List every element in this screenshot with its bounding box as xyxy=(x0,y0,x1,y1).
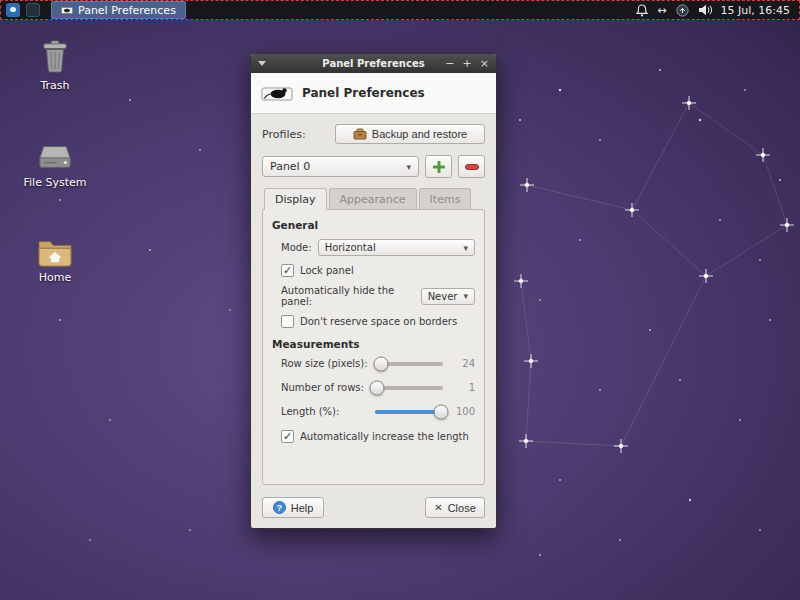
minus-icon xyxy=(465,164,479,170)
measurements-heading: Measurements xyxy=(272,338,475,350)
dialog-header-title: Panel Preferences xyxy=(302,86,425,100)
auto-increase-checkbox[interactable]: ✓ xyxy=(281,430,294,443)
taskbar-right: ↔ 15 Jul, 16:45 xyxy=(636,4,799,17)
help-icon: ? xyxy=(273,501,286,514)
lock-panel-label: Lock panel xyxy=(300,265,354,276)
desktop-icon-label: Trash xyxy=(23,79,87,92)
mode-row: Mode: Horizontal ▾ xyxy=(281,239,475,256)
backup-restore-label: Backup and restore xyxy=(372,128,467,140)
length-row: Length (%): 100 xyxy=(281,406,475,417)
chevron-down-icon: ▾ xyxy=(406,162,411,172)
panel-preferences-icon xyxy=(261,81,293,105)
desktop-icon-trash[interactable]: Trash xyxy=(23,36,87,92)
plus-icon xyxy=(433,161,445,173)
remove-panel-button[interactable] xyxy=(458,155,485,178)
dialog-footer: ? Help ✕ Close xyxy=(251,489,496,528)
num-rows-label: Number of rows: xyxy=(281,382,373,393)
top-panel: Panel Preferences ↔ 15 Jul, 16:45 xyxy=(0,0,800,20)
help-button[interactable]: ? Help xyxy=(262,497,324,518)
slider-handle[interactable] xyxy=(374,356,389,371)
check-icon: ✓ xyxy=(283,431,292,442)
slider-handle[interactable] xyxy=(370,380,385,395)
volume-icon[interactable] xyxy=(698,4,712,16)
reserve-space-checkbox[interactable] xyxy=(281,315,294,328)
row-size-value: 24 xyxy=(451,358,475,369)
panel-selector-row: Panel 0 ▾ xyxy=(262,155,485,178)
mode-dropdown[interactable]: Horizontal ▾ xyxy=(318,239,475,256)
mode-value: Horizontal xyxy=(325,242,376,253)
autohide-value: Never xyxy=(428,291,458,302)
length-value: 100 xyxy=(451,406,475,417)
drive-icon xyxy=(16,133,94,173)
close-window-button[interactable]: × xyxy=(480,58,489,69)
applications-menu-icon[interactable] xyxy=(6,3,20,17)
row-size-slider[interactable] xyxy=(375,362,443,366)
panel-select-dropdown[interactable]: Panel 0 ▾ xyxy=(262,156,419,177)
desktop-icon-label: Home xyxy=(23,271,87,284)
window-button-icon xyxy=(61,5,73,15)
taskbar-left: Panel Preferences xyxy=(1,1,186,19)
network-icon[interactable]: ↔ xyxy=(657,4,666,17)
display-tab-panel: General Mode: Horizontal ▾ ✓ Lock panel … xyxy=(262,209,485,485)
panel-select-value: Panel 0 xyxy=(270,160,310,173)
window-menu-icon[interactable] xyxy=(258,61,266,66)
reserve-space-row[interactable]: Don't reserve space on borders xyxy=(281,315,475,328)
dialog-header: Panel Preferences xyxy=(251,73,496,114)
row-size-label: Row size (pixels): xyxy=(281,358,373,369)
tab-appearance[interactable]: Appearance xyxy=(329,188,417,209)
backup-restore-button[interactable]: Backup and restore xyxy=(335,124,485,144)
auto-increase-label: Automatically increase the length xyxy=(300,431,469,442)
desktop-icon-filesystem[interactable]: File System xyxy=(16,133,94,189)
panel-preferences-dialog: Panel Preferences − + × Panel Preference… xyxy=(250,53,497,529)
desktop-icon-home[interactable]: Home xyxy=(23,228,87,284)
archive-icon xyxy=(353,128,367,140)
taskbar-window-button[interactable]: Panel Preferences xyxy=(51,1,186,19)
autohide-row: Automatically hide the panel: Never ▾ xyxy=(281,285,475,307)
slider-handle[interactable] xyxy=(433,404,448,419)
profiles-label: Profiles: xyxy=(262,128,306,141)
mode-label: Mode: xyxy=(281,242,312,253)
lock-panel-checkbox[interactable]: ✓ xyxy=(281,264,294,277)
tab-display[interactable]: Display xyxy=(264,188,327,210)
chevron-down-icon: ▾ xyxy=(463,243,468,253)
tab-items[interactable]: Items xyxy=(419,188,472,209)
taskbar-clock[interactable]: 15 Jul, 16:45 xyxy=(721,4,790,17)
help-label: Help xyxy=(291,502,314,514)
autohide-label: Automatically hide the panel: xyxy=(281,285,417,307)
minimize-button[interactable]: − xyxy=(445,58,454,69)
home-folder-icon xyxy=(23,228,87,268)
tab-bar: Display Appearance Items xyxy=(262,188,485,209)
indicator-icon[interactable] xyxy=(676,4,689,17)
dialog-body: Profiles: Backup and restore Panel 0 ▾ xyxy=(251,114,496,489)
length-slider[interactable] xyxy=(375,410,443,414)
row-size-row: Row size (pixels): 24 xyxy=(281,358,475,369)
dialog-titlebar[interactable]: Panel Preferences − + × xyxy=(251,54,496,73)
desktop-icon-label: File System xyxy=(16,176,94,189)
general-heading: General xyxy=(272,219,475,231)
num-rows-row: Number of rows: 1 xyxy=(281,382,475,393)
auto-increase-row[interactable]: ✓ Automatically increase the length xyxy=(281,430,475,443)
num-rows-slider[interactable] xyxy=(375,386,443,390)
trash-icon xyxy=(23,36,87,76)
autohide-dropdown[interactable]: Never ▾ xyxy=(421,288,475,305)
close-button[interactable]: ✕ Close xyxy=(425,497,485,518)
close-icon: ✕ xyxy=(434,502,442,513)
maximize-button[interactable]: + xyxy=(463,58,472,69)
profiles-row: Profiles: Backup and restore xyxy=(262,124,485,144)
check-icon: ✓ xyxy=(283,265,292,276)
window-button-label: Panel Preferences xyxy=(78,4,176,17)
add-panel-button[interactable] xyxy=(425,155,452,178)
notification-bell-icon[interactable] xyxy=(636,4,648,17)
close-label: Close xyxy=(448,502,476,514)
length-label: Length (%): xyxy=(281,406,373,417)
num-rows-value: 1 xyxy=(451,382,475,393)
chevron-down-icon: ▾ xyxy=(463,291,468,301)
lock-panel-row[interactable]: ✓ Lock panel xyxy=(281,264,475,277)
app-launcher-icon[interactable] xyxy=(26,3,40,17)
reserve-space-label: Don't reserve space on borders xyxy=(300,316,457,327)
